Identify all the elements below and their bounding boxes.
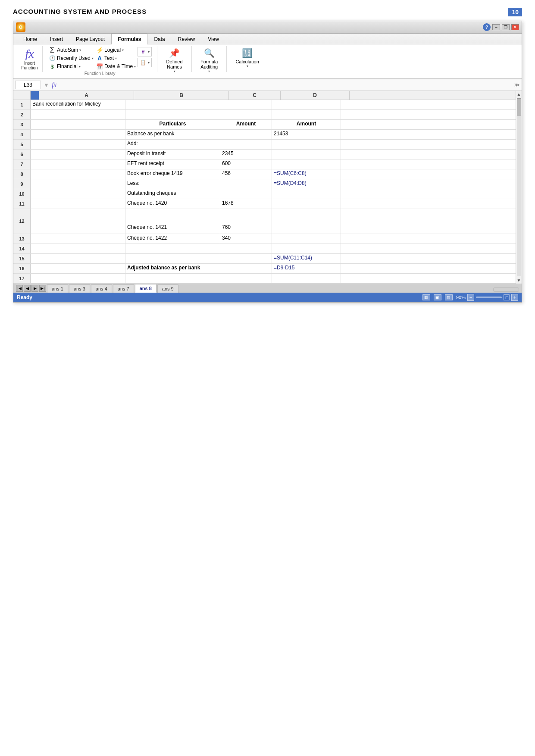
cell-c7[interactable]: 600	[220, 159, 272, 169]
scrollbar-up-arrow[interactable]: ▲	[517, 91, 521, 97]
cell-d10[interactable]	[272, 189, 341, 199]
cell-d7[interactable]	[272, 159, 341, 169]
formula-bar-scroll-icon[interactable]: ≫	[514, 82, 520, 88]
cell-d17[interactable]	[272, 274, 341, 283]
cell-a12[interactable]	[31, 209, 125, 234]
cell-c10[interactable]	[220, 189, 272, 199]
cell-c4[interactable]	[220, 130, 272, 139]
cell-d2[interactable]	[272, 110, 341, 119]
sheet-tab-ans3[interactable]: ans 3	[69, 284, 90, 293]
fx-small-icon[interactable]: fx	[52, 81, 57, 89]
cell-b3[interactable]: Particulars	[125, 120, 220, 129]
zoom-slider[interactable]	[476, 297, 502, 298]
cell-d16[interactable]: =D9-D15	[272, 264, 341, 273]
cell-b11[interactable]: Cheque no. 1420	[125, 199, 220, 209]
cell-b17[interactable]	[125, 274, 220, 283]
cell-b2[interactable]	[125, 110, 220, 119]
recently-used-button[interactable]: 🕐 Recently Used ▾	[48, 54, 94, 62]
scrollbar-thumb[interactable]	[517, 98, 521, 116]
cell-c8[interactable]: 456	[220, 169, 272, 179]
normal-view-button[interactable]: ▦	[422, 294, 430, 300]
cell-a6[interactable]	[31, 150, 125, 159]
cell-d14[interactable]	[272, 244, 341, 253]
cell-b10[interactable]: Outstanding cheques	[125, 189, 220, 199]
col-header-a[interactable]: A	[39, 91, 134, 100]
tab-formulas[interactable]: Formulas	[111, 34, 147, 44]
cell-a7[interactable]	[31, 159, 125, 169]
cell-a17[interactable]	[31, 274, 125, 283]
logical-button[interactable]: ⚡ Logical ▾	[95, 46, 125, 54]
cell-c11[interactable]: 1678	[220, 199, 272, 209]
close-button[interactable]: ✕	[511, 24, 519, 30]
sheet-tab-ans4[interactable]: ans 4	[91, 284, 112, 293]
cell-c13[interactable]: 340	[220, 234, 272, 244]
minimize-button[interactable]: –	[492, 24, 500, 30]
cell-b12[interactable]: Cheque no. 1421	[125, 209, 220, 234]
restore-button[interactable]: ❐	[502, 24, 510, 30]
cell-a10[interactable]	[31, 189, 125, 199]
autosum-button[interactable]: Σ AutoSum ▾	[48, 46, 82, 54]
cell-a13[interactable]	[31, 234, 125, 244]
cell-b15[interactable]	[125, 254, 220, 263]
help-icon[interactable]: ?	[483, 23, 491, 31]
cell-c15[interactable]	[220, 254, 272, 263]
cell-b6[interactable]: Deposit in transit	[125, 150, 220, 159]
formula-auditing-button[interactable]: 🔍 FormulaAuditing ▾	[197, 46, 221, 75]
cell-b4[interactable]: Balance as per bank	[125, 130, 220, 139]
zoom-out-button[interactable]: −	[467, 294, 474, 301]
cell-d11[interactable]	[272, 199, 341, 209]
tab-insert[interactable]: Insert	[44, 34, 69, 44]
col-header-b[interactable]: B	[134, 91, 229, 100]
tab-review[interactable]: Review	[172, 34, 201, 44]
cell-d3[interactable]: Amount	[272, 120, 341, 129]
math-trig-button[interactable]: θ ▾	[138, 47, 152, 56]
cell-a14[interactable]	[31, 244, 125, 253]
cell-c12[interactable]: 760	[220, 209, 272, 234]
cell-b16[interactable]: Adjusted balance as per bank	[125, 264, 220, 273]
tab-data[interactable]: Data	[147, 34, 171, 44]
sheet-next-button[interactable]: ▶	[31, 285, 38, 292]
cell-c5[interactable]	[220, 140, 272, 149]
cell-d12[interactable]	[272, 209, 341, 234]
hscroll-track[interactable]	[493, 287, 519, 292]
cell-a15[interactable]	[31, 254, 125, 263]
cell-c16[interactable]	[220, 264, 272, 273]
cell-a5[interactable]	[31, 140, 125, 149]
cell-c9[interactable]	[220, 179, 272, 189]
sheet-prev-button[interactable]: ◀	[24, 285, 31, 292]
col-header-d[interactable]: D	[281, 91, 350, 100]
cell-c6[interactable]: 2345	[220, 150, 272, 159]
zoom-in-button[interactable]: +	[511, 294, 518, 301]
cell-c3[interactable]: Amount	[220, 120, 272, 129]
cell-b9[interactable]: Less:	[125, 179, 220, 189]
cell-d4[interactable]: 21453	[272, 130, 341, 139]
cell-d1[interactable]	[272, 100, 341, 109]
defined-names-button[interactable]: 📌 DefinedNames ▾	[163, 46, 186, 75]
cell-d9[interactable]: =SUM(D4:D8)	[272, 179, 341, 189]
sheet-tab-ans8[interactable]: ans 8	[135, 284, 156, 293]
sheet-tab-ans9[interactable]: ans 9	[157, 284, 178, 293]
cell-a4[interactable]	[31, 130, 125, 139]
tab-view[interactable]: View	[201, 34, 225, 44]
insert-function-button[interactable]: fx InsertFunction	[17, 46, 43, 72]
more-functions-button[interactable]: 📋 ▾	[138, 58, 152, 67]
cell-d15[interactable]: =SUM(C11:C14)	[272, 254, 341, 263]
cell-c1[interactable]	[220, 100, 272, 109]
cell-a8[interactable]	[31, 169, 125, 179]
vertical-scrollbar[interactable]: ▲ ▼	[516, 91, 522, 284]
cell-reference-input[interactable]	[15, 81, 41, 89]
sheet-tab-ans1[interactable]: ans 1	[47, 284, 68, 293]
cell-b1[interactable]	[125, 100, 220, 109]
col-header-c[interactable]: C	[229, 91, 281, 100]
cell-a3[interactable]	[31, 120, 125, 129]
cell-b7[interactable]: EFT rent receipt	[125, 159, 220, 169]
cell-c17[interactable]	[220, 274, 272, 283]
cell-d6[interactable]	[272, 150, 341, 159]
cell-b14[interactable]	[125, 244, 220, 253]
cell-c14[interactable]	[220, 244, 272, 253]
text-button[interactable]: A Text ▾	[95, 54, 118, 62]
zoom-thumb[interactable]: ◻	[504, 294, 510, 300]
cell-d8[interactable]: =SUM(C6:C8)	[272, 169, 341, 179]
tab-home[interactable]: Home	[17, 34, 44, 44]
cell-d5[interactable]	[272, 140, 341, 149]
